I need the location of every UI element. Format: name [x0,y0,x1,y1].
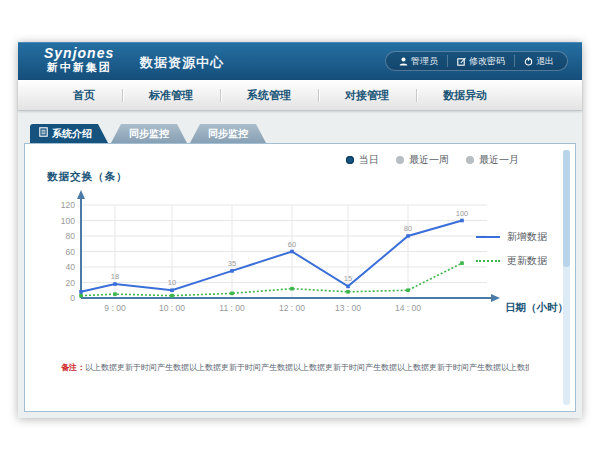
edit-icon [457,57,466,66]
app-window: Synjones 新中新集团 数据资源中心 管理员修改密码退出 首页标准管理系统… [18,42,582,418]
time-filter-2[interactable]: 最近一周 [396,153,449,167]
svg-text:11 : 00: 11 : 00 [219,303,245,313]
legend-label: 新增数据 [507,230,547,244]
svg-text:14 : 00: 14 : 00 [395,303,421,313]
svg-text:40: 40 [66,262,76,272]
svg-text:0: 0 [70,293,75,303]
scrollbar-thumb[interactable] [563,150,570,267]
svg-text:60: 60 [66,247,76,257]
user-icon [399,57,408,66]
svg-text:80: 80 [404,224,412,233]
chart-legend: 新增数据更新数据 [476,230,547,278]
time-filter-3[interactable]: 最近一月 [466,153,519,167]
radio-icon [466,156,474,164]
logout-button[interactable]: 退出 [514,55,563,67]
legend-line-swatch [476,260,500,262]
document-icon [39,124,48,143]
legend-item-2[interactable]: 更新数据 [476,254,547,268]
legend-line-swatch [476,236,500,238]
legend-label: 更新数据 [507,254,547,268]
power-icon [524,57,533,66]
page-title: 数据资源中心 [140,54,224,72]
svg-text:80: 80 [66,231,76,241]
tab-label: 同步监控 [129,124,169,143]
nav-item-2[interactable]: 标准管理 [122,80,220,110]
nav-item-4[interactable]: 对接管理 [318,80,416,110]
svg-text:日期（小时）: 日期（小时） [505,301,568,314]
y-axis-title: 数据交换（条） [47,170,128,184]
svg-text:15: 15 [344,274,352,283]
nav-item-3[interactable]: 系统管理 [220,80,318,110]
tab-label: 系统介绍 [52,124,92,143]
filter-label: 最近一月 [479,153,519,167]
svg-text:9 : 00: 9 : 00 [104,303,126,313]
filter-label: 最近一周 [409,153,449,167]
svg-text:120: 120 [61,200,75,210]
tab-3[interactable]: 同步监控 [190,124,266,143]
svg-text:100: 100 [456,209,469,218]
brand-logo: Synjones 新中新集团 [44,46,114,74]
brand-name: Synjones [44,46,114,61]
user-item-label: 修改密码 [469,55,505,68]
svg-text:100: 100 [61,216,75,226]
tab-label: 同步监控 [208,124,248,143]
nav-item-5[interactable]: 数据异动 [416,80,514,110]
radio-icon [346,156,354,164]
tab-2[interactable]: 同步监控 [111,124,187,143]
filter-label: 当日 [359,153,379,167]
user-item-label: 退出 [536,55,554,68]
nav-item-1[interactable]: 首页 [46,80,122,110]
scrollbar[interactable] [563,150,570,405]
svg-text:18: 18 [111,272,119,281]
user-item-label: 管理员 [411,55,438,68]
svg-text:10: 10 [168,278,176,287]
user-toolbar: 管理员修改密码退出 [385,51,568,71]
svg-text:10 : 00: 10 : 00 [159,303,185,313]
brand-company: 新中新集团 [44,61,114,74]
legend-item-1[interactable]: 新增数据 [476,230,547,244]
chart-card: 当日最近一周最近一月 数据交换（条） 0204060801001209 : 00… [24,143,576,412]
content-area: 系统介绍同步监控同步监控 当日最近一周最近一月 数据交换（条） 02040608… [18,111,582,418]
svg-text:12 : 00: 12 : 00 [279,303,305,313]
radio-icon [396,156,404,164]
svg-text:60: 60 [288,240,296,249]
time-filter-1[interactable]: 当日 [346,153,379,167]
svg-text:35: 35 [228,259,236,268]
tab-bar: 系统介绍同步监控同步监控 [30,124,576,143]
header: Synjones 新中新集团 数据资源中心 管理员修改密码退出 [18,42,582,80]
user-menu-item[interactable]: 管理员 [390,55,447,67]
svg-text:13 : 00: 13 : 00 [335,303,361,313]
main-nav: 首页标准管理系统管理对接管理数据异动 [18,80,582,111]
tab-active[interactable]: 系统介绍 [30,124,108,143]
time-filter-group: 当日最近一周最近一月 [346,153,519,167]
footnote: 备注：以上数据更新于时间产生数据以上数据更新于时间产生数据以上数据更新于时间产生… [61,362,529,373]
footnote-text: 以上数据更新于时间产生数据以上数据更新于时间产生数据以上数据更新于时间产生数据以… [85,363,529,372]
change-password-button[interactable]: 修改密码 [447,55,514,67]
svg-text:20: 20 [66,278,76,288]
footnote-label: 备注： [61,363,85,372]
